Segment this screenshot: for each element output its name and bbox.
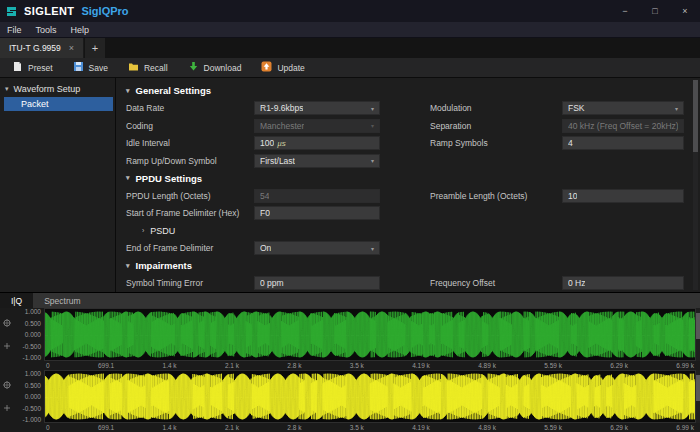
chevron-down-icon: ▾ xyxy=(368,245,374,252)
symbol-timing-error-label: Symbol Timing Error xyxy=(126,278,254,288)
ppdu-length-label: PPDU Length (Octets) xyxy=(126,191,254,201)
y-tick: 1.000 xyxy=(25,308,41,315)
cursor-icon[interactable] xyxy=(3,398,11,416)
y-tick: -0.500 xyxy=(23,343,41,350)
x-tick: 3.5 k xyxy=(350,362,364,370)
download-button[interactable]: Download xyxy=(188,61,242,74)
app-title: SigIQPro xyxy=(81,5,128,17)
chevron-down-icon: ▾ xyxy=(126,87,130,95)
document-tabbar: ITU-T G.9959 × + xyxy=(0,38,700,58)
idle-interval-input[interactable]: 100µs xyxy=(254,136,380,150)
i-plot-scrollbar[interactable] xyxy=(696,308,700,361)
x-tick: 6.29 k xyxy=(610,362,628,370)
update-button[interactable]: Update xyxy=(261,61,304,74)
q-plot-area: 1.000 0.500 0.000 -0.500 -1.000 xyxy=(14,370,700,423)
data-rate-select[interactable]: R1-9.6kbps▾ xyxy=(254,101,380,115)
preamble-length-label: Preamble Length (Octets) xyxy=(430,191,562,201)
autoscale-icon[interactable] xyxy=(3,375,11,393)
row-impairments-fields: Symbol Timing Error 0 ppm Frequency Offs… xyxy=(126,276,686,291)
chevron-down-icon: ▾ xyxy=(672,105,678,112)
toolbar: Preset Save Recall Download Update xyxy=(0,58,700,78)
sidebar-item-waveform-setup[interactable]: ▾ Waveform Setup xyxy=(0,82,115,96)
efd-select[interactable]: On▾ xyxy=(254,241,380,255)
menu-file[interactable]: File xyxy=(0,25,29,35)
titlebar: SIGLENT SigIQPro − □ × xyxy=(0,0,700,22)
row-sfd: Start of Frame Delimiter (Hex) F0 xyxy=(126,206,686,221)
i-plot-main: 1.000 0.500 0.000 -0.500 -1.000 0 xyxy=(14,308,700,370)
x-tick: 4.19 k xyxy=(412,424,430,432)
row-data-rate-modulation: Data Rate R1-9.6kbps▾ Modulation FSK▾ xyxy=(126,101,686,116)
scrollbar-thumb[interactable] xyxy=(696,375,700,401)
frequency-offset-input[interactable]: 0 Hz xyxy=(562,276,684,290)
tab-iq[interactable]: I|Q xyxy=(0,293,33,308)
x-tick: 3.5 k xyxy=(350,424,364,432)
preamble-length-input[interactable]: 10 xyxy=(562,189,684,203)
ramp-updown-select[interactable]: First/Last▾ xyxy=(254,154,380,168)
i-plot-area: 1.000 0.500 0.000 -0.500 -1.000 xyxy=(14,308,700,361)
x-tick: 1.4 k xyxy=(163,362,177,370)
cursor-icon[interactable] xyxy=(3,336,11,354)
autoscale-icon[interactable] xyxy=(3,313,11,331)
q-plot-scrollbar[interactable] xyxy=(696,370,700,423)
ppdu-length-field: 54 xyxy=(254,189,380,203)
section-general-settings[interactable]: ▾General Settings xyxy=(126,85,684,96)
ramp-updown-label: Ramp Up/Down Symbol xyxy=(126,156,254,166)
app-window: SIGLENT SigIQPro − □ × File Tools Help I… xyxy=(0,0,700,432)
chevron-down-icon: ▾ xyxy=(368,122,374,129)
i-y-axis: 1.000 0.500 0.000 -0.500 -1.000 xyxy=(14,308,44,361)
symbol-timing-error-input[interactable]: 0 ppm xyxy=(254,276,380,290)
menu-tools[interactable]: Tools xyxy=(29,25,64,35)
download-arrow-icon xyxy=(188,61,199,74)
x-tick: 699.1 xyxy=(98,424,114,432)
row-ppdu-preamble: PPDU Length (Octets) 54 Preamble Length … xyxy=(126,188,686,203)
modulation-label: Modulation xyxy=(430,103,562,113)
section-psdu[interactable]: ›PSDU xyxy=(126,226,684,236)
data-rate-label: Data Rate xyxy=(126,103,254,113)
recall-button[interactable]: Recall xyxy=(128,61,168,74)
maximize-button[interactable]: □ xyxy=(640,0,670,22)
i-waveform-display[interactable] xyxy=(44,308,696,361)
section-ppdu-settings[interactable]: ▾PPDU Settings xyxy=(126,173,684,184)
y-tick: 0.500 xyxy=(25,320,41,327)
y-tick: 0.500 xyxy=(25,382,41,389)
sidebar: ▾ Waveform Setup Packet xyxy=(0,78,116,292)
idle-interval-label: Idle Interval xyxy=(126,138,254,148)
section-impairments[interactable]: ▾Impairments xyxy=(126,260,684,271)
row-idle-ramp: Idle Interval 100µs Ramp Symbols 4 xyxy=(126,136,686,151)
save-button[interactable]: Save xyxy=(73,61,108,74)
q-waveform-display[interactable] xyxy=(44,370,696,423)
i-plot-tools xyxy=(0,308,14,370)
settings-scrollbar[interactable] xyxy=(693,80,698,290)
x-tick: 0 xyxy=(46,362,50,370)
q-y-axis: 1.000 0.500 0.000 -0.500 -1.000 xyxy=(14,370,44,423)
x-tick: 4.19 k xyxy=(412,362,430,370)
scrollbar-thumb[interactable] xyxy=(693,80,698,152)
scrollbar-thumb[interactable] xyxy=(696,313,700,339)
close-button[interactable]: × xyxy=(670,0,700,22)
x-tick: 2.1 k xyxy=(225,362,239,370)
main-content: ▾ Waveform Setup Packet ▾General Setting… xyxy=(0,78,700,292)
chevron-down-icon: ▾ xyxy=(126,262,130,270)
sfd-input[interactable]: F0 xyxy=(254,206,380,220)
sidebar-item-packet[interactable]: Packet xyxy=(4,97,113,111)
tab-close-icon[interactable]: × xyxy=(69,43,74,53)
add-tab-button[interactable]: + xyxy=(85,38,105,58)
i-channel-plot: 1.000 0.500 0.000 -0.500 -1.000 0 xyxy=(0,308,700,370)
coding-select: Manchester▾ xyxy=(254,119,380,133)
settings-panel: ▾General Settings Data Rate R1-9.6kbps▾ … xyxy=(116,78,700,292)
plots: 1.000 0.500 0.000 -0.500 -1.000 0 xyxy=(0,308,700,432)
modulation-select[interactable]: FSK▾ xyxy=(562,101,684,115)
x-tick: 2.8 k xyxy=(287,424,301,432)
ramp-symbols-input[interactable]: 4 xyxy=(562,136,684,150)
preset-button[interactable]: Preset xyxy=(12,61,53,74)
minimize-button[interactable]: − xyxy=(610,0,640,22)
page-icon xyxy=(12,61,23,74)
y-tick: 1.000 xyxy=(25,370,41,377)
tab-spectrum[interactable]: Spectrum xyxy=(33,293,91,308)
q-plot-main: 1.000 0.500 0.000 -0.500 -1.000 0 xyxy=(14,370,700,432)
menu-help[interactable]: Help xyxy=(64,25,97,35)
tab-itu-t-g9959[interactable]: ITU-T G.9959 × xyxy=(0,38,84,58)
tab-label: ITU-T G.9959 xyxy=(9,43,61,53)
x-tick: 699.1 xyxy=(98,362,114,370)
chevron-down-icon: ▾ xyxy=(368,105,374,112)
